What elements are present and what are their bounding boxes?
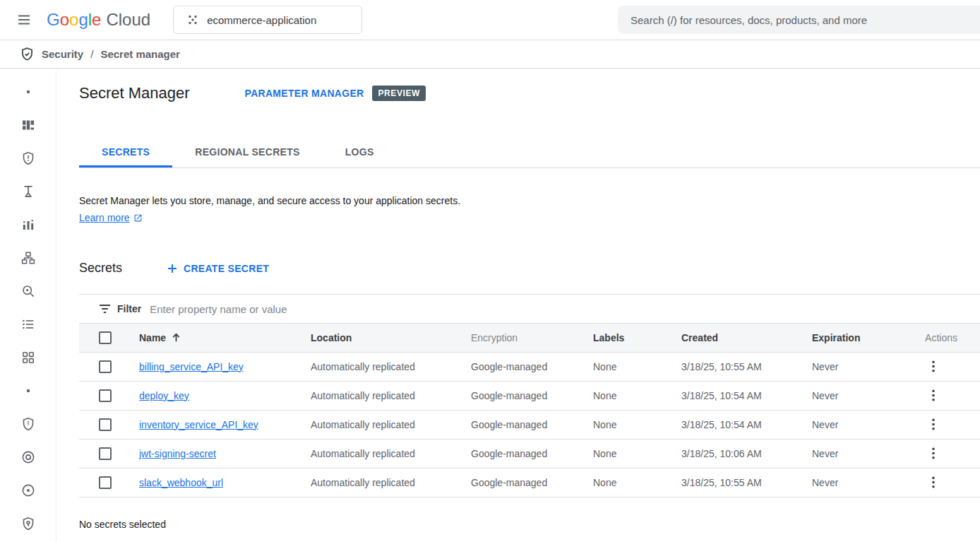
row-actions-button[interactable] xyxy=(922,355,945,378)
labels-cell: None xyxy=(593,468,681,497)
kebab-menu-icon xyxy=(932,360,935,372)
filter-input[interactable] xyxy=(150,303,980,315)
row-actions-button[interactable] xyxy=(922,384,945,407)
project-selector-label: ecommerce-application xyxy=(207,14,316,26)
logo-letter: o xyxy=(60,10,69,29)
tab-logs[interactable]: LOGS xyxy=(323,138,397,167)
sidebar-item-10[interactable] xyxy=(14,384,42,398)
logo-letter: o xyxy=(69,10,78,29)
row-checkbox[interactable] xyxy=(99,389,112,402)
logo-letter: e xyxy=(92,10,101,29)
sidebar-item-4[interactable] xyxy=(14,184,42,199)
select-all-checkbox[interactable] xyxy=(99,331,112,344)
breadcrumb-current-page: Secret manager xyxy=(100,48,180,60)
labels-cell: None xyxy=(593,352,681,381)
expiration-cell: Never xyxy=(812,381,911,410)
column-header-labels: Labels xyxy=(593,324,681,352)
secrets-table: Name Location Encryption Labels Created … xyxy=(79,324,980,497)
shield-icon xyxy=(21,417,35,431)
grid-bars-icon xyxy=(21,118,35,132)
table-row: deploy_keyAutomatically replicatedGoogle… xyxy=(79,381,980,410)
created-cell: 3/18/25, 10:06 AM xyxy=(681,439,812,468)
column-header-encryption: Encryption xyxy=(471,324,593,352)
sidebar-item-14[interactable] xyxy=(14,517,42,531)
labels-cell: None xyxy=(593,410,681,439)
row-checkbox[interactable] xyxy=(99,418,112,431)
tab-bar: SECRETS REGIONAL SECRETS LOGS xyxy=(79,138,980,168)
secret-name-link[interactable]: deploy_key xyxy=(139,390,189,401)
created-cell: 3/18/25, 10:54 AM xyxy=(681,410,812,439)
breadcrumb-security-link[interactable]: Security xyxy=(42,48,83,60)
secret-name-link[interactable]: inventory_service_API_key xyxy=(139,419,258,430)
selection-status: No secrets selected xyxy=(79,519,980,530)
filter-icon xyxy=(99,304,111,314)
logo-google-text: Google xyxy=(47,10,101,30)
shield-key-icon xyxy=(21,517,35,531)
plus-icon xyxy=(167,264,177,273)
created-cell: 3/18/25, 10:55 AM xyxy=(681,352,812,381)
parameter-manager-link[interactable]: PARAMETER MANAGER xyxy=(245,88,364,99)
security-shield-icon xyxy=(20,47,35,61)
expiration-cell: Never xyxy=(812,468,911,497)
sort-ascending-icon xyxy=(171,332,181,343)
tab-regional-secrets[interactable]: REGIONAL SECRETS xyxy=(172,138,322,167)
row-checkbox[interactable] xyxy=(99,360,112,373)
sidebar-item-6[interactable] xyxy=(14,251,42,265)
filter-button[interactable]: Filter xyxy=(99,303,141,314)
column-header-created: Created xyxy=(681,324,812,352)
sidebar-item-13[interactable] xyxy=(14,483,42,497)
location-cell: Automatically replicated xyxy=(311,439,471,468)
search-gear-icon xyxy=(21,284,35,298)
labels-cell: None xyxy=(593,381,681,410)
breadcrumb: Security / Secret manager xyxy=(0,40,980,69)
global-search xyxy=(618,6,980,34)
sidebar-item-9[interactable] xyxy=(14,350,42,365)
table-row: slack_webhook_urlAutomatically replicate… xyxy=(79,468,980,497)
kebab-menu-icon xyxy=(932,418,935,430)
encryption-cell: Google-managed xyxy=(471,439,593,468)
sidebar-item-7[interactable] xyxy=(14,284,42,298)
bar-chart-icon xyxy=(21,218,35,232)
logo-cloud-text: Cloud xyxy=(106,10,150,30)
tab-secrets[interactable]: SECRETS xyxy=(79,138,172,167)
list-icon xyxy=(21,317,35,331)
search-input[interactable] xyxy=(631,14,967,26)
table-header-row: Name Location Encryption Labels Created … xyxy=(79,324,980,352)
sidebar-item-3[interactable] xyxy=(14,151,42,165)
secret-name-link[interactable]: jwt-signing-secret xyxy=(139,448,216,459)
column-header-name[interactable]: Name xyxy=(139,332,311,343)
row-actions-button[interactable] xyxy=(922,442,945,465)
sidebar-item-12[interactable] xyxy=(14,450,42,464)
breadcrumb-separator: / xyxy=(90,48,93,60)
filter-bar: Filter xyxy=(79,294,980,324)
expiration-cell: Never xyxy=(812,352,911,381)
secret-name-link[interactable]: slack_webhook_url xyxy=(139,477,223,488)
sidebar-item-1[interactable] xyxy=(14,85,42,99)
sidebar-item-11[interactable] xyxy=(14,417,42,431)
sidebar-item-8[interactable] xyxy=(14,317,42,331)
target-icon xyxy=(21,483,35,497)
filter-label: Filter xyxy=(117,303,141,314)
left-nav-rail xyxy=(0,69,56,542)
menu-button[interactable] xyxy=(8,4,40,35)
created-cell: 3/18/25, 10:54 AM xyxy=(681,381,812,410)
project-selector[interactable]: ecommerce-application xyxy=(173,6,362,34)
row-actions-button[interactable] xyxy=(922,471,945,494)
kebab-menu-icon xyxy=(932,389,935,401)
top-app-bar: Google Cloud ecommerce-application xyxy=(0,0,980,40)
encryption-cell: Google-managed xyxy=(471,381,593,410)
project-icon xyxy=(186,13,199,26)
learn-more-label: Learn more xyxy=(79,212,130,223)
row-checkbox[interactable] xyxy=(99,447,112,460)
secret-name-link[interactable]: billing_service_API_key xyxy=(139,361,244,372)
row-actions-button[interactable] xyxy=(922,413,945,436)
row-checkbox[interactable] xyxy=(99,476,112,489)
google-cloud-logo[interactable]: Google Cloud xyxy=(47,10,150,30)
kebab-menu-icon xyxy=(932,476,935,488)
column-header-location: Location xyxy=(311,324,471,352)
at-sign-icon xyxy=(21,450,35,464)
learn-more-link[interactable]: Learn more xyxy=(79,212,143,223)
create-secret-button[interactable]: CREATE SECRET xyxy=(167,263,269,274)
sidebar-item-5[interactable] xyxy=(14,218,42,232)
sidebar-item-2[interactable] xyxy=(14,118,42,132)
